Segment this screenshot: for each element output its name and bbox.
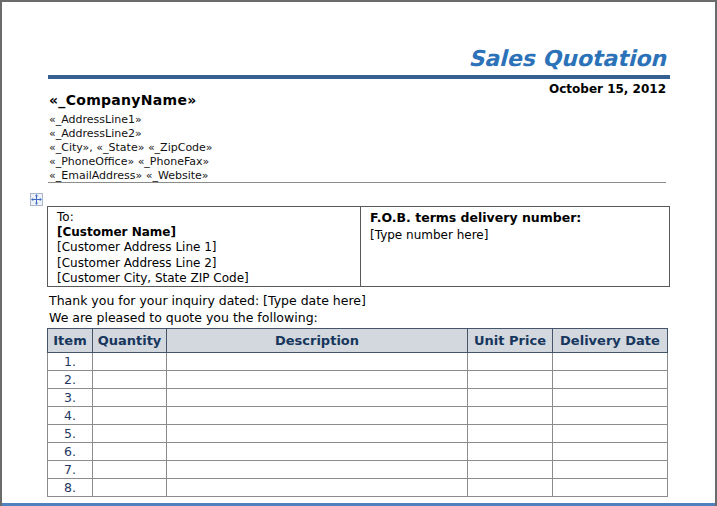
unit-price-cell[interactable] (468, 461, 553, 479)
company-block: «_CompanyName» «_AddressLine1» «_Address… (49, 92, 213, 183)
quote-table: Item Quantity Description Unit Price Del… (47, 328, 668, 497)
description-cell[interactable] (167, 461, 468, 479)
customer-name-field[interactable]: [Customer Name] (57, 225, 351, 240)
quantity-cell[interactable] (93, 407, 167, 425)
company-email-website-field[interactable]: «_EmailAddress» «_Website» (49, 169, 213, 183)
column-header-delivery-date: Delivery Date (553, 329, 668, 353)
item-number-cell: 8. (48, 479, 93, 497)
company-phone-fax-field[interactable]: «_PhoneOffice» «_PhoneFax» (49, 155, 213, 169)
customer-city-state-zip-field[interactable]: [Customer City, State ZIP Code] (57, 271, 351, 286)
description-cell[interactable] (167, 371, 468, 389)
quote-intro-line: We are pleased to quote you the followin… (49, 309, 366, 326)
delivery-date-cell[interactable] (553, 425, 668, 443)
delivery-date-cell[interactable] (553, 461, 668, 479)
quantity-cell[interactable] (93, 371, 167, 389)
table-row: 3. (48, 389, 668, 407)
table-row: 1. (48, 353, 668, 371)
fob-number-field[interactable]: [Type number here] (370, 228, 660, 243)
item-number-cell: 1. (48, 353, 93, 371)
item-number-cell: 3. (48, 389, 93, 407)
recipient-cell: To: [Customer Name] [Customer Address Li… (48, 207, 360, 286)
company-name-field[interactable]: «_CompanyName» (49, 92, 213, 108)
customer-address-line1-field[interactable]: [Customer Address Line 1] (57, 240, 351, 255)
recipient-label: To: (57, 210, 351, 225)
column-header-description: Description (167, 329, 468, 353)
company-address-line2-field[interactable]: «_AddressLine2» (49, 127, 213, 141)
item-number-cell: 5. (48, 425, 93, 443)
fob-cell: F.O.B. terms delivery number: [Type numb… (360, 207, 669, 286)
table-row: 6. (48, 443, 668, 461)
delivery-date-cell[interactable] (553, 389, 668, 407)
quantity-cell[interactable] (93, 479, 167, 497)
quantity-cell[interactable] (93, 389, 167, 407)
column-header-unit-price: Unit Price (468, 329, 553, 353)
customer-address-line2-field[interactable]: [Customer Address Line 2] (57, 256, 351, 271)
item-number-cell: 7. (48, 461, 93, 479)
description-cell[interactable] (167, 353, 468, 371)
item-number-cell: 2. (48, 371, 93, 389)
title-rule (48, 75, 670, 79)
document-page: Sales Quotation October 15, 2012 «_Compa… (0, 0, 717, 506)
delivery-date-cell[interactable] (553, 407, 668, 425)
section-divider (48, 182, 666, 183)
delivery-date-cell[interactable] (553, 353, 668, 371)
description-cell[interactable] (167, 443, 468, 461)
delivery-date-cell[interactable] (553, 443, 668, 461)
unit-price-cell[interactable] (468, 479, 553, 497)
unit-price-cell[interactable] (468, 407, 553, 425)
column-header-quantity: Quantity (93, 329, 167, 353)
company-address-line1-field[interactable]: «_AddressLine1» (49, 113, 213, 127)
table-row: 8. (48, 479, 668, 497)
move-arrows-icon (31, 190, 42, 209)
delivery-date-cell[interactable] (553, 479, 668, 497)
table-move-handle[interactable] (30, 193, 43, 206)
unit-price-cell[interactable] (468, 425, 553, 443)
table-row: 2. (48, 371, 668, 389)
quote-table-header-row: Item Quantity Description Unit Price Del… (48, 329, 668, 353)
table-row: 5. (48, 425, 668, 443)
fob-label: F.O.B. terms delivery number: (370, 210, 660, 225)
description-cell[interactable] (167, 425, 468, 443)
description-cell[interactable] (167, 479, 468, 497)
description-cell[interactable] (167, 407, 468, 425)
table-row: 7. (48, 461, 668, 479)
document-date: October 15, 2012 (549, 82, 666, 96)
item-number-cell: 6. (48, 443, 93, 461)
company-city-state-zip-field[interactable]: «_City», «_State» «_ZipCode» (49, 141, 213, 155)
quantity-cell[interactable] (93, 425, 167, 443)
unit-price-cell[interactable] (468, 353, 553, 371)
unit-price-cell[interactable] (468, 371, 553, 389)
description-cell[interactable] (167, 389, 468, 407)
inquiry-date-line[interactable]: Thank you for your inquiry dated: [Type … (49, 292, 366, 309)
quantity-cell[interactable] (93, 443, 167, 461)
intro-block: Thank you for your inquiry dated: [Type … (49, 292, 366, 326)
recipient-fob-table: To: [Customer Name] [Customer Address Li… (47, 206, 670, 287)
unit-price-cell[interactable] (468, 443, 553, 461)
quantity-cell[interactable] (93, 461, 167, 479)
unit-price-cell[interactable] (468, 389, 553, 407)
table-row: 4. (48, 407, 668, 425)
item-number-cell: 4. (48, 407, 93, 425)
column-header-item: Item (48, 329, 93, 353)
delivery-date-cell[interactable] (553, 371, 668, 389)
page-title: Sales Quotation (468, 46, 666, 71)
quantity-cell[interactable] (93, 353, 167, 371)
